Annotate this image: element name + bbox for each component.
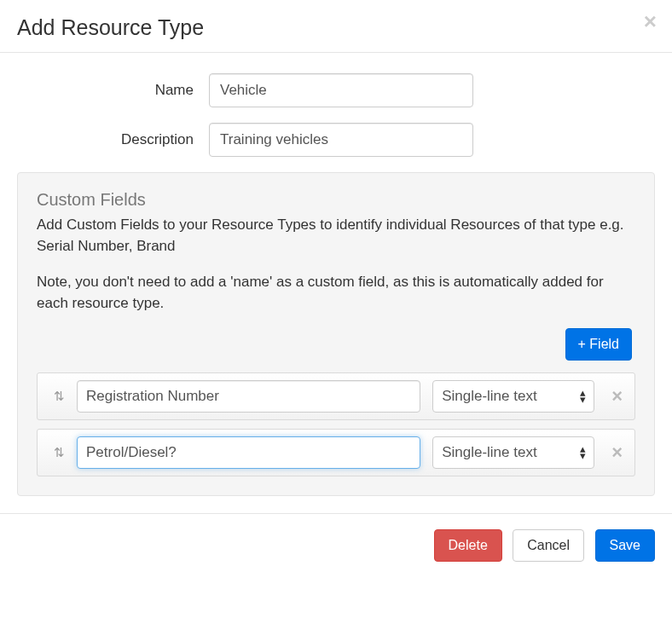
field-name-input[interactable]: [77, 380, 420, 413]
save-button[interactable]: Save: [595, 529, 655, 562]
name-row: Name: [17, 73, 655, 107]
custom-fields-note: Note, you don't need to add a 'name' as …: [37, 272, 635, 314]
remove-field-icon[interactable]: ×: [594, 387, 623, 406]
name-input[interactable]: [209, 73, 473, 107]
modal-header: Add Resource Type ×: [0, 0, 672, 53]
field-row: ⇅ Single-line text ▴▾ ×: [37, 372, 635, 420]
modal-body: Name Description Custom Fields Add Custo…: [0, 53, 672, 513]
modal-footer: Delete Cancel Save: [0, 513, 672, 577]
field-type-select[interactable]: Single-line text: [432, 380, 594, 413]
description-input[interactable]: [209, 123, 473, 157]
drag-handle-icon[interactable]: ⇅: [48, 445, 70, 460]
cancel-button[interactable]: Cancel: [513, 529, 584, 562]
custom-fields-title: Custom Fields: [37, 190, 635, 210]
field-list: ⇅ Single-line text ▴▾ × ⇅ S: [37, 372, 635, 476]
custom-fields-description: Add Custom Fields to your Resource Types…: [37, 215, 635, 257]
description-label: Description: [17, 131, 209, 148]
close-icon[interactable]: ×: [644, 10, 657, 32]
field-type-select[interactable]: Single-line text: [432, 436, 594, 469]
modal-dialog: Add Resource Type × Name Description Cus…: [0, 0, 672, 577]
add-field-button[interactable]: + Field: [565, 328, 632, 361]
modal-title: Add Resource Type: [17, 15, 655, 40]
description-row: Description: [17, 123, 655, 157]
field-row: ⇅ Single-line text ▴▾ ×: [37, 429, 635, 476]
drag-handle-icon[interactable]: ⇅: [48, 389, 70, 404]
add-field-row: + Field: [37, 328, 635, 361]
remove-field-icon[interactable]: ×: [594, 443, 623, 462]
name-label: Name: [17, 82, 209, 99]
field-type-select-wrap: Single-line text ▴▾: [432, 436, 594, 469]
custom-fields-panel: Custom Fields Add Custom Fields to your …: [17, 172, 655, 496]
field-type-select-wrap: Single-line text ▴▾: [432, 380, 594, 413]
field-name-input[interactable]: [77, 436, 420, 469]
delete-button[interactable]: Delete: [434, 529, 502, 562]
